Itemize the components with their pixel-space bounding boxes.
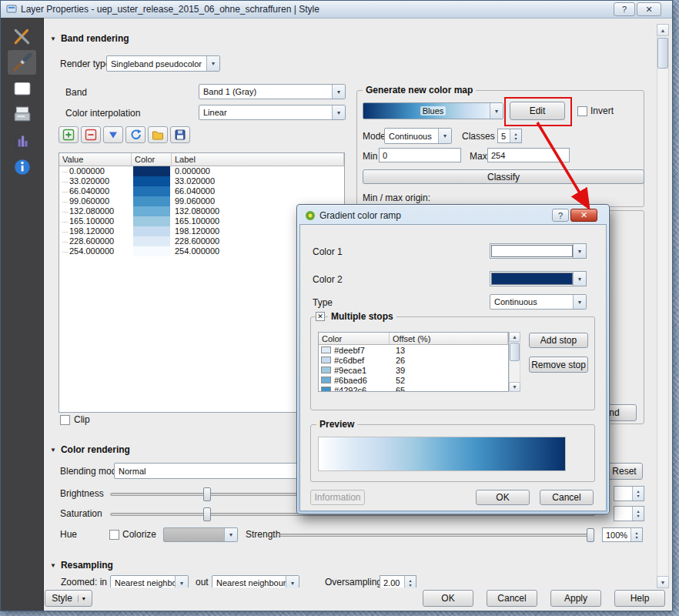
stop-hex: #deebf7	[334, 346, 388, 355]
style-menu-button[interactable]: Style ▾	[45, 590, 92, 607]
stops-scroll-thumb[interactable]	[510, 343, 520, 361]
add-entry-button[interactable]	[59, 126, 79, 143]
sidebar-item-pyramids[interactable]	[8, 102, 36, 127]
add-stop-button[interactable]: Add stop	[529, 333, 588, 348]
stop-row[interactable]: #6baed652	[319, 375, 508, 385]
clip-checkbox[interactable]	[60, 415, 70, 425]
stops-col-offset[interactable]: Offset (%)	[390, 333, 508, 345]
sidebar-item-general[interactable]	[8, 24, 36, 49]
col-header-value[interactable]: Value	[59, 153, 132, 166]
spinner-arrows[interactable]: ▴▾	[404, 576, 416, 588]
dialog-help-button[interactable]: ?	[552, 209, 569, 222]
saturation-slider-handle[interactable]	[203, 507, 211, 521]
remove-stop-button[interactable]: Remove stop	[529, 357, 588, 373]
main-scrollbar[interactable]	[657, 24, 669, 588]
strength-slider[interactable]	[279, 534, 594, 537]
sidebar-item-histogram[interactable]	[8, 129, 36, 153]
refresh-button[interactable]	[125, 126, 146, 143]
color-rendering-header[interactable]: ▼ Color rendering	[50, 444, 130, 455]
stops-scroll-down[interactable]: ▼	[509, 382, 520, 392]
information-button[interactable]: Information	[310, 490, 365, 505]
saturation-spinner[interactable]: ▴▾	[614, 506, 644, 521]
save-file-button[interactable]	[170, 126, 190, 143]
save-icon	[174, 129, 186, 141]
stops-scroll-up[interactable]: ▲	[509, 332, 520, 342]
apply-button[interactable]: Apply	[550, 590, 601, 607]
classes-spinner[interactable]: 5 ▴▾	[497, 129, 522, 143]
screen: Layer Properties - uep_uster_release_201…	[0, 0, 679, 616]
col-header-color[interactable]: Color	[132, 153, 172, 166]
dialog-cancel-button[interactable]: Cancel	[540, 490, 594, 505]
resampling-row-clipped: Zoomed: in Nearest neighbour ▾ out Neare…	[43, 574, 657, 588]
brightness-spinner[interactable]: ▴▾	[614, 486, 644, 501]
oversampling-spinner[interactable]: 2.00 ▴▾	[380, 575, 416, 588]
generate-color-map-title: Generate new color map	[363, 85, 476, 95]
stops-table-rows: #deebf713#c6dbef26#9ecae139#6baed652#429…	[319, 345, 508, 392]
color2-picker[interactable]: ▾	[490, 271, 587, 286]
scrollbar-thumb[interactable]	[657, 38, 668, 69]
zoomed-in-combo[interactable]: Nearest neighbour ▾	[110, 575, 189, 588]
multiple-stops-checkbox[interactable]: ✕	[316, 312, 325, 321]
window-icon	[6, 4, 17, 15]
remove-entry-button[interactable]	[81, 126, 101, 143]
color1-picker[interactable]: ▾	[490, 243, 587, 259]
band-rendering-header[interactable]: ▼ Band rendering	[50, 33, 129, 44]
hue-color-swatch[interactable]: ▾	[163, 527, 238, 542]
stop-color-swatch	[321, 377, 331, 383]
sidebar-item-metadata[interactable]	[8, 155, 36, 179]
spinner-arrows[interactable]: ▴▾	[632, 507, 644, 521]
spinner-arrows[interactable]: ▴▾	[630, 528, 642, 541]
spinner-arrows[interactable]: ▴▾	[510, 129, 521, 142]
classify-button[interactable]: Classify	[363, 169, 644, 184]
resampling-header[interactable]: ▼ Resampling	[50, 560, 113, 571]
stop-row[interactable]: #c6dbef26	[319, 355, 508, 365]
ramp-combo[interactable]: Blues ▾	[363, 102, 503, 119]
color-table-row[interactable]: 0.0000000.000000	[59, 166, 344, 176]
cancel-button[interactable]: Cancel	[487, 590, 537, 607]
sidebar-item-style[interactable]	[8, 50, 36, 75]
sidebar-item-transparency[interactable]	[8, 76, 36, 101]
edit-ramp-button[interactable]: Edit	[510, 102, 565, 120]
invert-checkbox[interactable]	[577, 106, 587, 116]
out-label: out	[196, 577, 209, 588]
dialog-close-button[interactable]: ✕	[570, 209, 597, 222]
color-table-row[interactable]: 33.02000033.020000	[59, 176, 344, 186]
stop-row[interactable]: #deebf713	[319, 345, 508, 355]
type-combo[interactable]: Continuous ▾	[490, 294, 587, 310]
mode-combo[interactable]: Continuous ▾	[384, 128, 452, 144]
colorize-checkbox[interactable]	[109, 530, 119, 540]
brightness-slider-handle[interactable]	[203, 487, 211, 501]
interpolation-combo[interactable]: Linear ▾	[199, 105, 346, 120]
classes-label: Classes	[462, 131, 495, 142]
ok-button[interactable]: OK	[423, 590, 473, 607]
reset-button[interactable]: Reset	[606, 463, 643, 480]
stops-table[interactable]: Color Offset (%) #deebf713#c6dbef26#9eca…	[318, 332, 509, 392]
col-header-label[interactable]: Label	[172, 153, 344, 166]
scroll-up-button[interactable]: ▲	[657, 24, 669, 36]
dialog-ok-button[interactable]: OK	[476, 490, 530, 505]
max-input[interactable]: 254	[487, 148, 570, 162]
strength-spinner[interactable]: 100% ▴▾	[602, 527, 643, 542]
collapse-icon: ▼	[50, 562, 56, 569]
spinner-arrows[interactable]: ▴▾	[632, 487, 644, 500]
sort-button[interactable]	[103, 126, 123, 143]
stop-row[interactable]: #4292c665	[319, 385, 508, 392]
render-type-combo[interactable]: Singleband pseudocolor ▾	[106, 55, 220, 72]
open-file-button[interactable]	[148, 126, 168, 143]
strength-slider-handle[interactable]	[587, 528, 594, 542]
stops-col-color[interactable]: Color	[319, 333, 390, 345]
colorize-label: Colorize	[122, 529, 156, 540]
help-button[interactable]: Help	[614, 590, 665, 607]
band-combo[interactable]: Band 1 (Gray) ▾	[199, 84, 346, 99]
window-help-button[interactable]: ?	[614, 2, 635, 16]
window-close-button[interactable]: ✕	[637, 2, 661, 16]
titlebar[interactable]: Layer Properties - uep_uster_release_201…	[1, 1, 672, 18]
zoomed-out-combo[interactable]: Nearest neighbour ▾	[212, 575, 299, 588]
paintbrush-icon	[12, 52, 32, 72]
scroll-down-button[interactable]: ▼	[657, 576, 669, 588]
min-input[interactable]: 0	[379, 148, 461, 162]
stop-row[interactable]: #9ecae139	[319, 365, 508, 375]
row-color-swatch	[133, 226, 170, 236]
color-table-row[interactable]: 66.04000066.040000	[59, 186, 344, 196]
interpolation-value: Linear	[203, 108, 227, 117]
